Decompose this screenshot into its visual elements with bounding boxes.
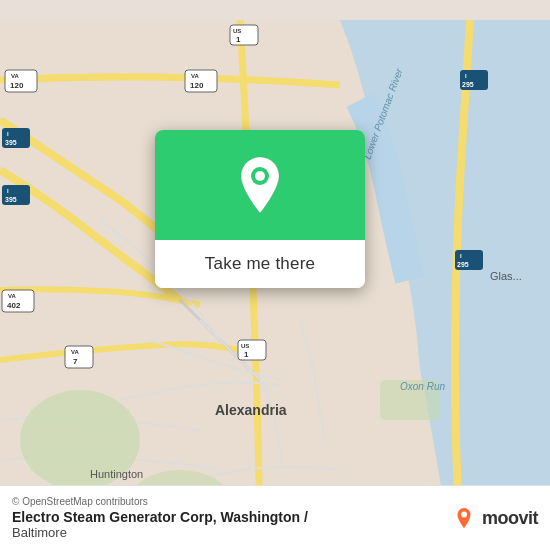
svg-point-41 [255, 171, 265, 181]
map-container: VA 120 I 395 I 395 US 1 US 1 VA 120 I 29… [0, 0, 550, 550]
popup-green-area [155, 130, 365, 240]
svg-text:295: 295 [462, 81, 474, 88]
moovit-logo: moovit [450, 504, 538, 532]
svg-text:VA: VA [8, 293, 17, 299]
attribution-text: © OpenStreetMap contributors [12, 496, 308, 507]
svg-text:US: US [233, 28, 241, 34]
location-pin-icon [235, 155, 285, 215]
svg-text:Oxon Run: Oxon Run [400, 381, 445, 392]
location-title: Electro Steam Generator Corp, Washington… [12, 509, 308, 525]
location-subtitle: Baltimore [12, 525, 308, 540]
svg-text:VA: VA [191, 73, 200, 79]
svg-text:Glas...: Glas... [490, 270, 522, 282]
moovit-brand-text: moovit [482, 508, 538, 529]
bottom-left: © OpenStreetMap contributors Electro Ste… [12, 496, 308, 540]
bottom-bar: © OpenStreetMap contributors Electro Ste… [0, 485, 550, 550]
svg-text:US: US [241, 343, 249, 349]
svg-text:402: 402 [7, 301, 21, 310]
svg-text:VA: VA [71, 349, 80, 355]
svg-point-43 [461, 512, 467, 518]
svg-text:295: 295 [457, 261, 469, 268]
svg-rect-31 [65, 346, 93, 368]
svg-text:7: 7 [73, 357, 78, 366]
popup-card: Take me there [155, 130, 365, 288]
svg-text:Huntington: Huntington [90, 468, 143, 480]
svg-text:VA: VA [11, 73, 20, 79]
svg-text:395: 395 [5, 139, 17, 146]
moovit-brand-icon [450, 504, 478, 532]
svg-text:1: 1 [244, 350, 249, 359]
svg-text:120: 120 [10, 81, 24, 90]
svg-text:Alexandria: Alexandria [215, 402, 287, 418]
svg-text:395: 395 [5, 196, 17, 203]
take-me-there-button[interactable]: Take me there [155, 240, 365, 288]
svg-text:1: 1 [236, 35, 241, 44]
svg-text:120: 120 [190, 81, 204, 90]
